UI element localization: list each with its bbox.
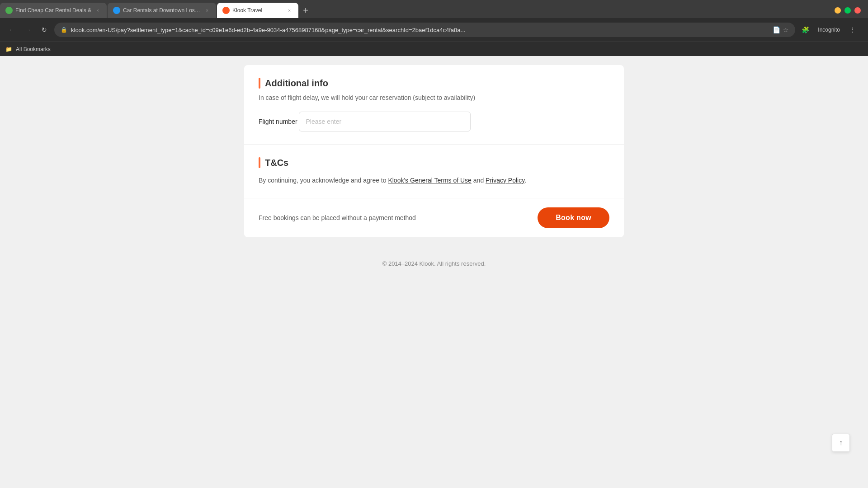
page-content: Additional info In case of flight delay,…: [0, 56, 868, 488]
tab-group: Find Cheap Car Rental Deals & × Car Rent…: [0, 3, 827, 18]
flight-number-label: Flight number: [259, 118, 297, 125]
tnc-section: T&Cs By continuing, you acknowledge and …: [244, 145, 624, 198]
forward-button[interactable]: →: [22, 23, 34, 36]
tab-2-title: Car Rentals at Downtown Los A...: [123, 7, 201, 14]
tab-1-favicon: [5, 7, 13, 14]
tab-1-close[interactable]: ×: [94, 7, 101, 14]
back-button[interactable]: ←: [5, 23, 18, 36]
bottom-bar: Free bookings can be placed without a pa…: [244, 198, 624, 237]
additional-info-subtitle: In case of flight delay, we will hold yo…: [259, 93, 609, 103]
bookmarks-folder-icon: 📁: [5, 46, 12, 52]
bookmark-star-icon[interactable]: ☆: [783, 26, 789, 33]
incognito-badge: Incognito: [814, 26, 844, 34]
bookmarks-label[interactable]: All Bookmarks: [16, 46, 51, 52]
flight-number-input[interactable]: [299, 112, 471, 131]
tab-1-title: Find Cheap Car Rental Deals &: [15, 7, 91, 14]
additional-info-title: Additional info: [265, 78, 328, 89]
tab-2-close[interactable]: ×: [203, 7, 211, 14]
tab-3-close[interactable]: ×: [286, 7, 293, 14]
add-tab-button[interactable]: +: [299, 5, 312, 16]
tab-bar: Find Cheap Car Rental Deals & × Car Rent…: [0, 0, 868, 18]
tnc-header: T&Cs: [259, 157, 609, 168]
book-now-button[interactable]: Book now: [538, 207, 609, 228]
tnc-accent-bar: [259, 157, 260, 168]
tab-3[interactable]: Klook Travel ×: [217, 3, 298, 18]
close-button[interactable]: [854, 7, 861, 14]
section-accent-bar: [259, 78, 260, 89]
main-card: Additional info In case of flight delay,…: [244, 65, 624, 237]
maximize-button[interactable]: [844, 7, 851, 14]
tab-2-favicon: [113, 7, 120, 14]
tnc-middle: and: [472, 177, 486, 184]
tab-3-title: Klook Travel: [232, 7, 283, 14]
url-text: klook.com/en-US/pay?settlement_type=1&ca…: [71, 27, 769, 33]
toolbar-right: 🧩 Incognito ⋮: [799, 23, 863, 36]
additional-info-section: Additional info In case of flight delay,…: [244, 65, 624, 145]
terms-of-use-link[interactable]: Klook's General Terms of Use: [388, 177, 472, 184]
lock-icon: 🔒: [61, 27, 67, 33]
extensions-button[interactable]: 🧩: [799, 23, 811, 36]
footer: © 2014–2024 Klook. All rights reserved.: [0, 251, 868, 276]
window-controls: [827, 3, 868, 18]
address-bar-row: ← → ↻ 🔒 klook.com/en-US/pay?settlement_t…: [0, 18, 868, 42]
tab-1[interactable]: Find Cheap Car Rental Deals & ×: [0, 3, 107, 18]
privacy-policy-link[interactable]: Privacy Policy: [486, 177, 524, 184]
bookmarks-bar: 📁 All Bookmarks: [0, 42, 868, 56]
browser-chrome: Find Cheap Car Rental Deals & × Car Rent…: [0, 0, 868, 56]
copyright-text: © 2014–2024 Klook. All rights reserved.: [382, 260, 486, 267]
tab-3-favicon: [222, 7, 230, 14]
back-to-top-button[interactable]: ↑: [832, 434, 850, 452]
flight-number-field: Flight number: [259, 112, 609, 131]
free-booking-text: Free bookings can be placed without a pa…: [259, 214, 416, 221]
address-actions: 📄 ☆: [773, 26, 789, 33]
read-mode-icon[interactable]: 📄: [773, 26, 780, 33]
tnc-text: By continuing, you acknowledge and agree…: [259, 175, 609, 185]
tnc-title: T&Cs: [265, 158, 288, 168]
tnc-suffix: .: [524, 177, 526, 184]
additional-info-header: Additional info: [259, 78, 609, 89]
refresh-button[interactable]: ↻: [38, 23, 51, 36]
address-bar[interactable]: 🔒 klook.com/en-US/pay?settlement_type=1&…: [54, 23, 795, 37]
tnc-prefix: By continuing, you acknowledge and agree…: [259, 177, 388, 184]
menu-button[interactable]: ⋮: [846, 23, 859, 36]
minimize-button[interactable]: [835, 7, 841, 14]
tab-2[interactable]: Car Rentals at Downtown Los A... ×: [108, 3, 216, 18]
